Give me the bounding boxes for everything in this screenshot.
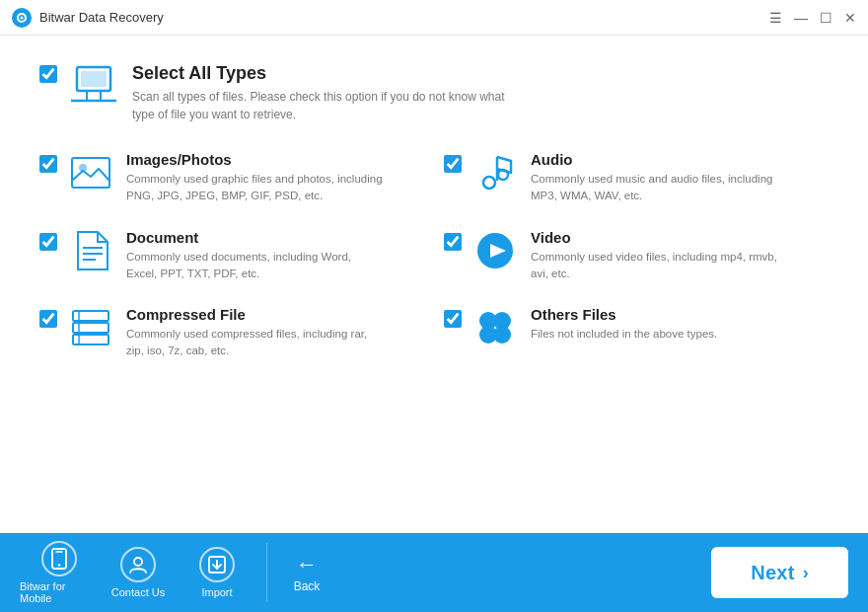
images-title: Images/Photos xyxy=(126,151,424,168)
images-text: Images/Photos Commonly used graphic file… xyxy=(126,151,424,205)
compressed-text: Compressed File Commonly used compressed… xyxy=(126,306,424,360)
back-button[interactable]: ← Back xyxy=(277,552,336,593)
svg-point-1 xyxy=(21,16,24,19)
close-button[interactable]: ✕ xyxy=(844,11,856,25)
audio-checkbox-wrap[interactable] xyxy=(444,155,462,177)
contact-action[interactable]: Contact Us xyxy=(99,547,178,598)
window-controls: ☰ — ☐ ✕ xyxy=(769,11,856,25)
others-checkbox-wrap[interactable] xyxy=(444,310,462,332)
select-all-icon-wrap xyxy=(69,63,118,105)
back-label: Back xyxy=(294,579,321,593)
svg-point-27 xyxy=(134,558,142,566)
select-all-checkbox[interactable] xyxy=(39,65,57,83)
compressed-icon xyxy=(69,306,112,349)
document-title: Document xyxy=(126,229,424,246)
mobile-label: Bitwar for Mobile xyxy=(20,580,99,604)
next-button[interactable]: Next › xyxy=(711,547,848,598)
type-others: Others Files Files not included in the a… xyxy=(444,306,829,360)
contact-icon xyxy=(120,547,156,582)
select-all-text: Select All Types Scan all types of files… xyxy=(132,63,829,123)
video-checkbox[interactable] xyxy=(444,233,462,251)
back-arrow-icon: ← xyxy=(296,552,318,577)
images-checkbox[interactable] xyxy=(39,155,57,173)
file-types-grid: Images/Photos Commonly used graphic file… xyxy=(39,151,829,360)
contact-label: Contact Us xyxy=(111,586,165,598)
select-all-checkbox-wrap[interactable] xyxy=(39,65,57,87)
next-chevron-icon: › xyxy=(803,563,809,583)
type-audio: Audio Commonly used music and audio file… xyxy=(444,151,829,205)
app-logo xyxy=(12,8,32,28)
mobile-icon xyxy=(41,541,77,576)
select-all-desc: Scan all types of files. Please check th… xyxy=(132,88,527,123)
import-icon xyxy=(199,547,235,582)
bottom-divider xyxy=(266,543,267,602)
next-label: Next xyxy=(751,562,795,584)
menu-button[interactable]: ☰ xyxy=(769,11,782,25)
svg-rect-7 xyxy=(72,158,109,188)
import-action[interactable]: Import xyxy=(178,547,256,598)
audio-icon xyxy=(473,151,517,194)
document-icon xyxy=(69,229,112,272)
svg-point-23 xyxy=(493,326,511,344)
svg-point-9 xyxy=(483,177,495,189)
others-checkbox[interactable] xyxy=(444,310,462,328)
bottom-bar: Bitwar for Mobile Contact Us Import xyxy=(0,533,868,612)
others-text: Others Files Files not included in the a… xyxy=(531,306,829,343)
select-all-title: Select All Types xyxy=(132,63,829,84)
video-icon xyxy=(473,229,517,272)
type-video: Video Commonly used video files, includi… xyxy=(444,229,829,283)
images-checkbox-wrap[interactable] xyxy=(39,155,57,177)
document-text: Document Commonly used documents, includ… xyxy=(126,229,424,283)
maximize-button[interactable]: ☐ xyxy=(820,11,832,25)
audio-desc: Commonly used music and audio files, inc… xyxy=(531,171,787,205)
import-label: Import xyxy=(201,586,232,598)
type-document: Document Commonly used documents, includ… xyxy=(39,229,424,283)
others-title: Others Files xyxy=(531,306,829,323)
video-text: Video Commonly used video files, includi… xyxy=(531,229,829,283)
titlebar: Bitwar Data Recovery ☰ — ☐ ✕ xyxy=(0,0,868,36)
minimize-button[interactable]: — xyxy=(794,11,808,25)
app-title: Bitwar Data Recovery xyxy=(39,10,769,25)
type-compressed: Compressed File Commonly used compressed… xyxy=(39,306,424,360)
video-desc: Commonly used video files, including mp4… xyxy=(531,249,787,283)
document-checkbox[interactable] xyxy=(39,233,57,251)
document-checkbox-wrap[interactable] xyxy=(39,233,57,255)
svg-rect-3 xyxy=(81,71,107,87)
video-title: Video xyxy=(531,229,829,246)
compressed-checkbox[interactable] xyxy=(39,310,57,328)
others-icon xyxy=(473,306,517,349)
bottom-actions: Bitwar for Mobile Contact Us Import xyxy=(20,541,256,604)
select-all-row: Select All Types Scan all types of files… xyxy=(39,63,829,123)
audio-text: Audio Commonly used music and audio file… xyxy=(531,151,829,205)
document-desc: Commonly used documents, including Word,… xyxy=(126,249,383,283)
mobile-action[interactable]: Bitwar for Mobile xyxy=(20,541,99,604)
compressed-checkbox-wrap[interactable] xyxy=(39,310,57,332)
audio-checkbox[interactable] xyxy=(444,155,462,173)
main-content: Select All Types Scan all types of files… xyxy=(0,36,868,533)
type-images: Images/Photos Commonly used graphic file… xyxy=(39,151,424,205)
compressed-title: Compressed File xyxy=(126,306,424,323)
images-icon xyxy=(69,151,112,194)
audio-title: Audio xyxy=(531,151,829,168)
others-desc: Files not included in the above types. xyxy=(531,326,787,343)
video-checkbox-wrap[interactable] xyxy=(444,233,462,255)
svg-point-25 xyxy=(58,564,60,566)
compressed-desc: Commonly used compressed files, includin… xyxy=(126,326,383,360)
images-desc: Commonly used graphic files and photos, … xyxy=(126,171,383,205)
